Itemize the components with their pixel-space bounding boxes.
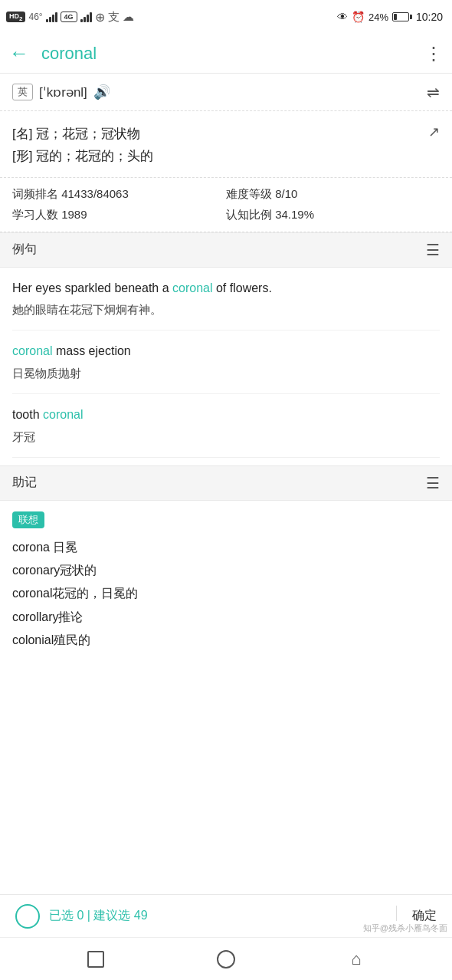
- signal-4g-badge: 46°: [28, 12, 42, 22]
- page-title: coronal: [41, 44, 424, 64]
- assoc-word-4: colonial: [12, 633, 54, 646]
- nav-home-button[interactable]: [212, 945, 240, 973]
- mnemonic-filter-button[interactable]: ☰: [426, 474, 440, 492]
- selection-count: 已选 0 | 建议选 49: [49, 908, 148, 924]
- pronunciation-row: 英 [ˈkɒrənl] 🔊 ⇌: [0, 74, 452, 111]
- example-zh-3: 牙冠: [12, 428, 440, 446]
- assoc-item-2: coronal花冠的，日冕的: [12, 582, 440, 605]
- nav-circle-icon: [217, 950, 235, 968]
- lang-badge: 英: [12, 84, 33, 100]
- example-en-3: tooth coronal: [12, 405, 440, 425]
- example-en-before-1: Her eyes sparkled beneath a: [12, 281, 172, 294]
- example-item-2: coronal mass ejection 日冕物质抛射: [12, 331, 440, 394]
- translate-button[interactable]: ⇌: [427, 83, 440, 101]
- nav-back-button[interactable]: [82, 945, 110, 973]
- more-button[interactable]: ⋮: [424, 43, 443, 64]
- time-display: 10:20: [416, 11, 443, 23]
- system-nav: ⌂: [0, 937, 452, 980]
- status-bar: HD2 46° 4G ⊕ 支 ☁ 👁 ⏰ 24% 10:20: [0, 0, 452, 34]
- battery-icon: [392, 12, 412, 21]
- alarm-icon: ⏰: [352, 11, 365, 23]
- sound-button[interactable]: 🔊: [93, 84, 110, 100]
- nav-square-icon: [87, 951, 104, 968]
- phonetic-text: [ˈkɒrənl]: [39, 84, 87, 100]
- status-left: HD2 46° 4G ⊕ 支 ☁: [6, 10, 134, 25]
- select-circle-button[interactable]: [15, 904, 40, 929]
- examples-header: 例句 ☰: [0, 232, 452, 268]
- 4g-badge: 4G: [61, 12, 77, 22]
- examples-section: Her eyes sparkled beneath a coronal of f…: [0, 268, 452, 458]
- assoc-meaning-1: 冠状的: [60, 564, 97, 577]
- assoc-item-1: coronary冠状的: [12, 559, 440, 582]
- example-zh-2: 日冕物质抛射: [12, 364, 440, 383]
- definition-noun: [名] 冠；花冠；冠状物: [12, 123, 440, 146]
- mnemonic-content: 联想 corona 日冕 coronary冠状的 coronal花冠的，日冕的 …: [0, 501, 452, 663]
- watermark: 知乎@残杀小雁鸟冬面: [359, 921, 452, 936]
- stats-grid: 词频排名 41433/84063 难度等级 8/10 学习人数 1989 认知比…: [12, 187, 440, 222]
- status-right: 👁 ⏰ 24% 10:20: [337, 11, 443, 23]
- example-en-2: coronal mass ejection: [12, 341, 440, 361]
- battery-percent: 24%: [368, 12, 388, 23]
- assoc-word-1: coronary: [12, 564, 60, 577]
- assoc-meaning-0-text: 日冕: [53, 541, 77, 554]
- nav-recents-button[interactable]: ⌂: [342, 945, 370, 973]
- pay-icon: 支: [108, 10, 120, 25]
- top-nav: ← coronal ⋮: [0, 34, 452, 74]
- hd-badge: HD2: [6, 12, 25, 23]
- definition-adj: [形] 冠的；花冠的；头的: [12, 146, 440, 168]
- cloud-icon: ☁: [123, 10, 134, 24]
- assoc-item-4: colonial殖民的: [12, 629, 440, 652]
- definition-section: ↗ [名] 冠；花冠；冠状物 [形] 冠的；花冠的；头的: [0, 111, 452, 178]
- learners: 学习人数 1989: [12, 208, 226, 222]
- back-button[interactable]: ←: [9, 41, 29, 65]
- nav-house-icon: ⌂: [351, 949, 361, 969]
- highlight-coronal-1: coronal: [172, 281, 212, 294]
- assoc-word-0: corona: [12, 541, 50, 554]
- stats-section: 词频排名 41433/84063 难度等级 8/10 学习人数 1989 认知比…: [0, 178, 452, 232]
- cognition: 认知比例 34.19%: [226, 208, 440, 222]
- signal-bars-2: [80, 12, 92, 22]
- assoc-item-0: corona 日冕: [12, 536, 440, 559]
- assoc-meaning-3: 推论: [58, 610, 83, 623]
- example-item-1: Her eyes sparkled beneath a coronal of f…: [12, 268, 440, 331]
- highlight-coronal-3: coronal: [43, 408, 83, 421]
- example-en-after-2: mass ejection: [52, 344, 130, 357]
- assoc-item-3: corollary推论: [12, 606, 440, 629]
- example-item-3: tooth coronal 牙冠: [12, 394, 440, 458]
- eye-icon: 👁: [337, 11, 348, 23]
- wifi-icon: ⊕: [95, 10, 105, 25]
- example-en-before-3: tooth: [12, 408, 43, 421]
- assoc-word-2: coronal: [12, 587, 52, 600]
- assoc-meaning-4: 殖民的: [54, 633, 90, 646]
- difficulty: 难度等级 8/10: [226, 187, 440, 202]
- freq-rank: 词频排名 41433/84063: [12, 187, 226, 202]
- edit-button[interactable]: ↗: [428, 123, 440, 140]
- example-en-after-1: of flowers.: [213, 281, 272, 294]
- examples-filter-button[interactable]: ☰: [426, 241, 440, 259]
- assoc-word-3: corollary: [12, 610, 58, 623]
- example-zh-1: 她的眼睛在花冠下炯炯有神。: [12, 301, 440, 319]
- assoc-badge: 联想: [12, 511, 44, 528]
- examples-title: 例句: [12, 242, 37, 258]
- mnemonic-header: 助记 ☰: [0, 465, 452, 501]
- example-en-1: Her eyes sparkled beneath a coronal of f…: [12, 278, 440, 298]
- highlight-coronal-2: coronal: [12, 344, 52, 357]
- assoc-meaning-2: 花冠的，日冕的: [52, 587, 138, 600]
- mnemonic-title: 助记: [12, 475, 37, 491]
- signal-bars: [46, 12, 57, 22]
